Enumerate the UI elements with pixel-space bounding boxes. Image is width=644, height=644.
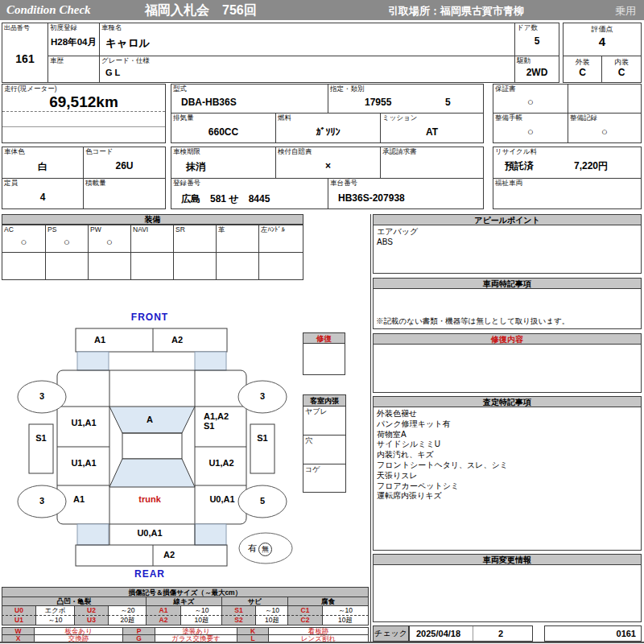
panel-door-front-right-line2: S1 [204,421,229,431]
equipment-value-ps: ○ [46,236,88,248]
interior-grade-value: C [602,67,641,78]
history-label: 車歴 [50,57,64,65]
exterior-grade-value: C [564,67,601,78]
displacement-value: 660CC [171,126,275,138]
displacement-label: 排気量 [173,114,194,122]
reg-no-value: 広島 581 せ 8445 [181,192,270,206]
equipment-cell-navi: NAVI [130,225,174,253]
warranty-label: 保証書 [495,85,516,93]
lot-cell: 出品番号 161 [2,23,48,83]
assessment-title: 査定特記事項 [373,396,642,407]
cabin-row-tear: ヤブレ [303,406,346,436]
drive-value: 2WD [515,67,559,78]
spare-tire-indicator: 有無 [248,543,272,556]
color-code-value: 26U [84,160,165,171]
panel-door-rear-left: U1,A1 [59,458,109,468]
equipment-value-pw: ○ [89,236,130,248]
drive-label: 駆動 [517,57,530,65]
cabin-row-hole: 穴 [303,435,346,464]
legend-code: S2 [221,615,256,625]
panel-front-bumper-right: A2 [153,335,201,345]
repair-box-body [303,343,345,375]
equipment-empty-cell [173,252,217,280]
panel-sill-left: S1 [29,433,53,443]
model-name-label: 車種名 [101,24,122,32]
equipment-cell-ps: PS ○ [45,225,89,253]
class-value-2: 5 [445,97,451,108]
equipment-cell-sr: SR [173,225,217,253]
first-reg-value: H28年04月 [48,36,99,48]
model-name-cell: 車種名 キャロル [99,23,515,56]
capacity-cell: 定員 4 [2,178,84,209]
change-info-body [373,564,642,622]
pickup-location: 引取場所：福岡県古賀市青柳 [388,4,524,19]
transmission-value: AT [381,126,483,138]
spec-cell: グレード・仕様 G L [99,56,515,83]
score-cell: 評価点 4 [563,23,642,56]
welfare-cell: 福祉車両 [493,178,642,209]
lot-label: 出品番号 [4,24,30,31]
recycle-label: リサイクル料 [495,148,537,156]
insurance-label: 検付自賠責 [278,148,312,156]
legend-size: ～10 [35,615,75,625]
cabin-row-hole-label: 穴 [305,436,312,444]
panel-quarter-right: U0,A1 [197,494,247,504]
check-divider [473,626,473,641]
approval-label: 承認請求書 [382,148,417,156]
exterior-grade-cell: 外装 C [563,56,602,83]
appeal-line: ABS [377,237,638,248]
damage-diagram: FRONT A1 A2 3 3 A U1,A1 A1,A2 S1 S1 S1 U… [0,310,299,588]
panel-front-bumper-left: A1 [76,335,124,345]
vehicle-notes-note: ※記載のない書類・機器等は無しとして取り扱います。 [376,316,569,327]
body-color-label: 車体色 [4,148,25,156]
panel-quarter-left: A1 [63,494,95,504]
lot-value: 161 [2,52,47,65]
score-label: 評価点 [564,24,641,35]
legend-size: 10超 [180,615,223,625]
legend-code: C2 [287,615,323,625]
model-code-value: DBA-HB36S [181,97,237,108]
reg-no-label: 登録番号 [173,180,200,188]
history-cell: 車歴 [47,56,100,83]
load-label: 積載量 [85,180,106,188]
doors-label: ドア数 [517,24,538,32]
first-reg-cell: 初度登録 H28年04月 [47,23,100,56]
insurance-cell: 検付自賠責 × [275,147,381,179]
brand-title: Condition Check [6,3,91,17]
equipment-label-pw: PW [90,226,101,234]
mileage-divider-dashed [2,111,165,112]
legend-size: 10超 [322,615,369,625]
check-code-cell: 0161 [544,625,642,642]
displacement-cell: 排気量 660CC [171,113,276,143]
repair-box-title: 修復 [303,332,345,344]
spec-value: G L [105,68,120,77]
assessment-line: 内装汚れ、キズ [377,450,638,460]
equipment-title: 装備 [2,214,303,225]
vehicle-notes-title: 車両特記事項 [373,278,642,289]
equipment-cell-leather: 革 [216,225,259,253]
equipment-cell-ac: AC ○ [2,225,46,253]
assessment-line: 運転席内張りキズ [377,491,638,502]
cabin-row-tear-label: ヤブレ [305,407,328,415]
maintenance-record-cell: 整備記録 ○ [568,113,642,143]
assessment-body: 外装色褪せ パンク修理キット有 荷物室A サイドシルミミU 内装汚れ、キズ フロ… [373,407,642,551]
wheel-front-right: 3 [250,391,275,401]
reg-no-cell: 登録番号 広島 581 せ 8445 [171,178,328,209]
assessment-line: フロアカーペットシミ [377,481,638,492]
auction-sheet: Condition Check 福岡入札会 756回 引取場所：福岡県古賀市青柳… [0,0,644,644]
equipment-label-ac: AC [4,226,14,234]
change-info-title: 車両変更情報 [373,554,642,565]
equipment-empty-cell [45,252,89,280]
assessment-line: サイドシルミミU [377,440,638,450]
recycle-fee: 7,220円 [574,159,608,173]
assessment-line: 天張りスレ [377,471,638,481]
equipment-label-leather: 革 [218,226,225,234]
check-label-cell: チェック [373,625,409,642]
bottom-rule [0,642,644,643]
legend-code: U3 [74,615,109,625]
doors-cell: ドア数 5 [514,23,559,56]
equipment-empty-cell [258,252,303,280]
equipment-empty-cell [216,252,259,280]
equipment-empty-cell [130,252,174,280]
mileage-divider-solid [2,126,165,127]
